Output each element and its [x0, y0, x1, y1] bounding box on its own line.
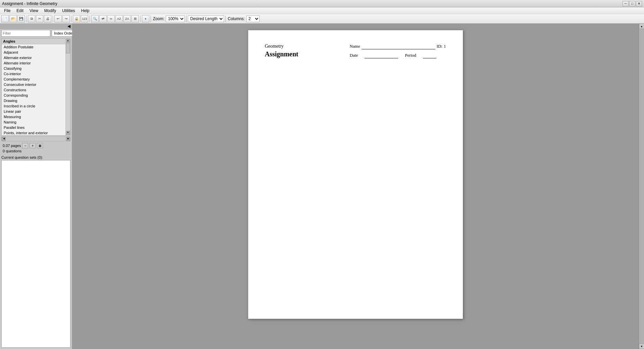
undo-button[interactable]: ↩ — [54, 15, 62, 22]
separator-6 — [151, 15, 151, 22]
cut-button[interactable]: ✂ — [36, 15, 43, 22]
doc-page: Geometry Assignment Name ID: 1 Date — [248, 30, 463, 319]
doc-right: Name ID: 1 Date Period — [350, 44, 446, 58]
toolbar: 📄 📂 💾 ⧉ ✂ 🖨 ↩ ↪ 🔒 123 🔍 ⇄ ∞ AZ ZA ⊞ ● Zo… — [0, 14, 644, 23]
pages-value: 0.07 pages — [3, 144, 21, 148]
toggle-icon: ◀ — [67, 24, 70, 29]
questions-value: 0 questions — [3, 149, 69, 153]
save-button[interactable]: 💾 — [17, 15, 25, 22]
list-item-alternate-exterior[interactable]: Alternate exterior — [2, 55, 70, 60]
print-button[interactable]: 🖨 — [44, 15, 51, 22]
scrollbar-track — [639, 29, 644, 344]
scroll-up-main[interactable]: ▲ — [639, 23, 644, 29]
open-button[interactable]: 📂 — [9, 15, 17, 22]
filter-row: Index Order Alphabetical — [0, 29, 72, 38]
separator-7 — [186, 15, 186, 22]
list-scrollbar[interactable]: ▲ ▼ — [65, 39, 70, 135]
scroll-right-arrow[interactable]: ▶ — [66, 137, 70, 141]
maximize-button[interactable]: □ — [629, 1, 635, 6]
align-button[interactable]: ⊞ — [131, 15, 139, 22]
separator-3 — [71, 15, 71, 22]
list-item-addition-postulate[interactable]: Addition Postulate — [2, 44, 70, 50]
window-controls: ─ □ ✕ — [623, 1, 642, 6]
list-item-consecutive-interior[interactable]: Consecutive interior — [2, 82, 70, 87]
number-button[interactable]: 123 — [81, 15, 88, 22]
list-item-naming[interactable]: Naming — [2, 119, 70, 125]
separator-4 — [90, 15, 90, 22]
category-header: Angles ▲ — [2, 39, 70, 44]
doc-title: Assignment — [265, 50, 299, 58]
doc-date-period-line: Date Period — [350, 53, 446, 58]
sort-za-button[interactable]: ZA — [123, 15, 131, 22]
horizontal-scrollbar[interactable]: ◀ ▶ — [1, 137, 70, 141]
columns-label: Columns: — [228, 16, 245, 21]
period-label: Period — [405, 53, 416, 58]
list-item-alternate-interior[interactable]: Alternate interior — [2, 60, 70, 66]
increase-pages-btn[interactable]: + — [30, 143, 36, 148]
period-underline — [423, 53, 436, 58]
title-bar: Assignment - Infinite Geometry ─ □ ✕ — [0, 0, 644, 7]
columns-select[interactable]: 2 1 3 — [246, 15, 260, 22]
category-name: Angles — [3, 39, 15, 43]
pages-row: 0.07 pages − + ▦ — [3, 143, 69, 148]
scroll-down-arrow[interactable]: ▼ — [66, 131, 70, 135]
list-item-drawing[interactable]: Drawing — [2, 98, 70, 103]
search-button[interactable]: 🔍 — [91, 15, 99, 22]
shuffle-button[interactable]: ⇄ — [99, 15, 107, 22]
name-label: Name — [350, 44, 360, 49]
copy-button[interactable]: ⧉ — [28, 15, 35, 22]
decrease-pages-btn[interactable]: − — [22, 143, 28, 148]
close-button[interactable]: ✕ — [636, 1, 642, 6]
list-item-adjacent[interactable]: Adjacent — [2, 50, 70, 55]
menu-file[interactable]: File — [1, 8, 13, 14]
separator-8 — [225, 15, 226, 22]
menu-bar: File Edit View Modify Utilities Help — [0, 7, 644, 14]
doc-area: Geometry Assignment Name ID: 1 Date — [72, 23, 639, 349]
name-underline — [362, 44, 435, 49]
list-item-constructions[interactable]: Constructions — [2, 87, 70, 93]
h-scroll-track — [6, 137, 66, 141]
zoom-select[interactable]: 100% 75% 125% — [166, 15, 185, 22]
doc-name-line: Name ID: 1 — [350, 44, 446, 49]
menu-help[interactable]: Help — [78, 8, 92, 14]
lock-button[interactable]: 🔒 — [73, 15, 80, 22]
list-item-classifying[interactable]: Classifying — [2, 66, 70, 71]
scroll-up-arrow[interactable]: ▲ — [66, 39, 70, 43]
filter-input[interactable] — [1, 30, 50, 37]
category-list: Angles ▲ Addition Postulate Adjacent Alt… — [1, 38, 70, 136]
menu-view[interactable]: View — [27, 8, 41, 14]
sort-az-button[interactable]: AZ — [115, 15, 123, 22]
menu-utilities[interactable]: Utilities — [59, 8, 78, 14]
circle-button[interactable]: ● — [142, 15, 149, 22]
list-item-parallel-lines[interactable]: Parallel lines — [2, 125, 70, 130]
menu-edit[interactable]: Edit — [14, 8, 26, 14]
date-underline — [365, 53, 398, 58]
scroll-thumb[interactable] — [66, 43, 70, 53]
app-title: Assignment - Infinite Geometry — [2, 1, 57, 6]
infinity-button[interactable]: ∞ — [107, 15, 115, 22]
scroll-down-main[interactable]: ▼ — [639, 344, 644, 349]
list-item-points-interior-exterior[interactable]: Points, interior and exterior — [2, 130, 70, 136]
question-sets-box — [1, 160, 70, 348]
doc-left: Geometry Assignment — [265, 44, 299, 58]
new-button[interactable]: 📄 — [1, 15, 9, 22]
separator-2 — [53, 15, 53, 22]
list-item-co-interior[interactable]: Co-interior — [2, 71, 70, 77]
panel-toggle[interactable]: ◀ — [0, 23, 72, 29]
list-item-inscribed-in-circle[interactable]: Inscribed in a circle — [2, 103, 70, 109]
separator-5 — [140, 15, 141, 22]
list-item-corresponding[interactable]: Corresponding — [2, 93, 70, 98]
menu-modify[interactable]: Modify — [42, 8, 59, 14]
separator-1 — [26, 15, 26, 22]
redo-button[interactable]: ↪ — [62, 15, 70, 22]
desired-length-select[interactable]: Desired Length — [188, 15, 224, 22]
list-item-complementary[interactable]: Complementary — [2, 77, 70, 82]
list-item-measuring[interactable]: Measuring — [2, 114, 70, 119]
doc-header: Geometry Assignment Name ID: 1 Date — [265, 44, 446, 58]
list-item-linear-pair[interactable]: Linear pair — [2, 109, 70, 114]
scroll-left-arrow[interactable]: ◀ — [2, 137, 6, 141]
minimize-button[interactable]: ─ — [623, 1, 629, 6]
pages-icon: ▦ — [37, 143, 43, 148]
stats-area: 0.07 pages − + ▦ 0 questions — [0, 142, 72, 154]
main-scrollbar: ▲ ▼ — [639, 23, 644, 349]
